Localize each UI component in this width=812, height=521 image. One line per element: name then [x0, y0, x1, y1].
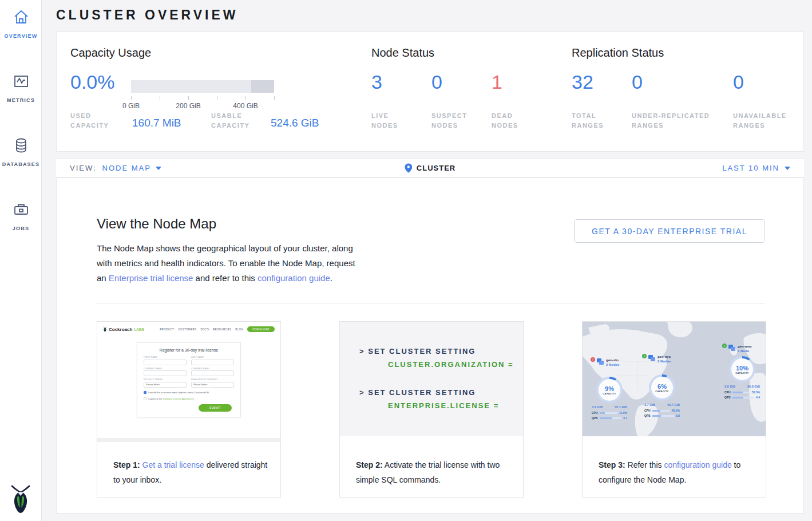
gauge-tick	[188, 96, 189, 100]
minisite-brand-text: Cockroach	[109, 327, 132, 332]
step1-screenshot: Cockroach LABS PRODUCT CUSTOMERS DOCS RE…	[97, 322, 280, 442]
step3-label: Step 3:	[599, 460, 625, 469]
step3-caption: Step 3: Refer this configuration guide t…	[599, 457, 755, 487]
map-location-ams: ✓ geo-ams1 Node	[722, 344, 752, 353]
total-ranges-label: TOTAL RANGES	[572, 111, 604, 131]
locality-node-count: 2 Nodes	[606, 363, 619, 366]
node-cubes-icon	[597, 358, 604, 365]
breadcrumb-cluster: CLUSTER	[405, 159, 455, 177]
status-ok-icon: ✓	[722, 344, 727, 348]
step1-label: Step 1:	[113, 460, 140, 469]
minisite-checkbox-license: I agree to the Software License Agreemen…	[144, 397, 234, 400]
unavailable-ranges-value: 0	[733, 71, 744, 93]
minisite-field: PROJECT PHASEPlease Select	[144, 378, 187, 388]
checkbox-icon	[144, 397, 146, 400]
node-map-panel: View the Node Map The Node Map shows the…	[56, 177, 804, 514]
sidebar-item-label: JOBS	[13, 226, 29, 231]
sidebar-item-databases[interactable]: DATABASES	[0, 128, 42, 174]
capacity-total: 36.6 GiB	[747, 385, 760, 388]
sidebar-item-overview[interactable]: OVERVIEW	[0, 0, 42, 46]
sidebar-item-jobs[interactable]: JOBS	[0, 192, 42, 238]
view-bar: VIEW: NODE MAP CLUSTER LAST 10 MIN	[56, 159, 804, 177]
gauge-tick-label: 0 GiB	[114, 102, 148, 110]
step1-card: Cockroach LABS PRODUCT CUSTOMERS DOCS RE…	[97, 321, 281, 498]
dead-nodes-label: DEAD NODES	[492, 111, 518, 131]
minisite-brand: Cockroach LABS	[103, 326, 144, 332]
minisite-nav-item: DOCS	[200, 328, 209, 331]
cluster-overview-page: OVERVIEW METRICS DATABASES JOBS	[0, 0, 812, 521]
minisite-submit-button: SUBMIT	[199, 404, 232, 412]
sidebar-item-metrics[interactable]: METRICS	[0, 64, 42, 110]
get-enterprise-trial-button[interactable]: GET A 30-DAY ENTERPRISE TRIAL	[574, 219, 765, 243]
status-alert-icon: !	[591, 357, 595, 362]
capacity-used: 3.2 GiB	[592, 405, 603, 409]
get-trial-license-link[interactable]: Get a trial license	[142, 460, 204, 469]
view-selector-value: NODE MAP	[102, 164, 151, 172]
capacity-used: 3.7 GiB	[644, 403, 655, 406]
gauge-tick	[274, 96, 275, 100]
sql-code-block: > SET CLUSTER SETTING CLUSTER.ORGANIZATI…	[340, 322, 523, 436]
suspect-nodes-value: 0	[431, 71, 442, 93]
locality-node-count: 1 Node	[738, 349, 749, 353]
map-location-nyc: ✓ geo-nyc2 Nodes	[642, 354, 671, 364]
minisite-footer	[97, 438, 280, 442]
sidebar-item-label: DATABASES	[2, 161, 39, 167]
jobs-icon	[12, 200, 30, 219]
configuration-guide-link[interactable]: configuration guide	[664, 460, 731, 469]
sidebar: OVERVIEW METRICS DATABASES JOBS	[0, 0, 42, 521]
node-map-heading: View the Node Map	[97, 216, 216, 232]
minisite-field: REASON FOR INTERESTPlease Select	[191, 378, 234, 388]
node-status-title: Node Status	[371, 46, 434, 60]
minisite-nav-item: CUSTOMERS	[178, 328, 196, 331]
step2-card: > SET CLUSTER SETTING CLUSTER.ORGANIZATI…	[339, 321, 524, 498]
gauge-tick	[160, 96, 160, 100]
capacity-total: 35.1 GiB	[615, 405, 627, 409]
minisite-nav-item: BLOG	[235, 328, 243, 331]
capacity-donut-sfo: 9%CAPACITY	[596, 377, 623, 403]
unavailable-ranges-label: UNAVAILABLE RANGES	[733, 111, 787, 131]
sidebar-item-label: METRICS	[7, 97, 35, 103]
step2-label: Step 2:	[356, 460, 383, 469]
description-text: and refer to this	[193, 273, 258, 283]
minisite-nav-item: RESOURCES	[213, 328, 231, 331]
minisite-checkbox-updates: I would like to receive email updates ab…	[144, 391, 234, 394]
gauge-tick-label: 400 GiB	[228, 102, 263, 110]
replication-status-title: Replication Status	[572, 46, 664, 60]
sql-command: SET CLUSTER SETTING	[368, 347, 476, 356]
suspect-nodes-label: SUSPECT NODES	[431, 111, 467, 131]
gauge-tick	[217, 96, 217, 100]
view-label: VIEW:	[70, 164, 97, 172]
content-area: CLUSTER OVERVIEW Capacity Usage 0.0% 0 G…	[42, 0, 812, 521]
prompt-char: >	[359, 347, 365, 356]
capacity-total: 43.7 GiB	[667, 403, 680, 406]
gauge-tick	[131, 96, 132, 100]
minisite-field: FIRST NAME	[144, 356, 187, 365]
node-map-preview: ! geo-sfo2 Nodes 9%CAPACITY 3.2 GiB35.1 …	[583, 322, 766, 436]
divider	[97, 303, 765, 303]
configuration-guide-link[interactable]: configuration guide	[258, 273, 330, 283]
time-range-selector[interactable]: LAST 10 MIN	[722, 159, 790, 177]
capacity-usage-title: Capacity Usage	[70, 46, 151, 60]
capacity-gauge	[131, 80, 274, 93]
used-capacity-label: USED CAPACITY	[70, 111, 109, 131]
gauge-tick	[245, 96, 246, 100]
minisite-form-title: Register for a 30-day trial license	[144, 348, 234, 352]
cockroach-bug-icon	[103, 326, 107, 332]
summary-panel: Capacity Usage 0.0% 0 GiB 200 GiB 400 Gi…	[56, 31, 804, 152]
node-cubes-icon	[648, 355, 656, 362]
status-ok-icon: ✓	[642, 354, 647, 358]
chevron-down-icon	[785, 167, 790, 170]
locality-name: geo-sfo	[606, 358, 619, 362]
home-icon	[12, 8, 30, 26]
dead-nodes-value: 1	[492, 71, 502, 93]
enterprise-trial-license-link[interactable]: Enterprise trial license	[109, 273, 193, 283]
gauge-tick-label: 200 GiB	[171, 102, 205, 110]
page-title: CLUSTER OVERVIEW	[56, 7, 239, 23]
cockroachdb-logo-icon	[10, 484, 31, 514]
minisite-download-button: DOWNLOAD	[247, 326, 275, 332]
usable-capacity-value: 524.6 GiB	[271, 117, 319, 129]
view-selector[interactable]: NODE MAP	[102, 164, 161, 172]
live-nodes-label: LIVE NODES	[371, 111, 398, 131]
minisite-nav-item: PRODUCT	[160, 328, 174, 331]
locality-metrics: CPU58.3% QPS4.4	[724, 390, 760, 401]
